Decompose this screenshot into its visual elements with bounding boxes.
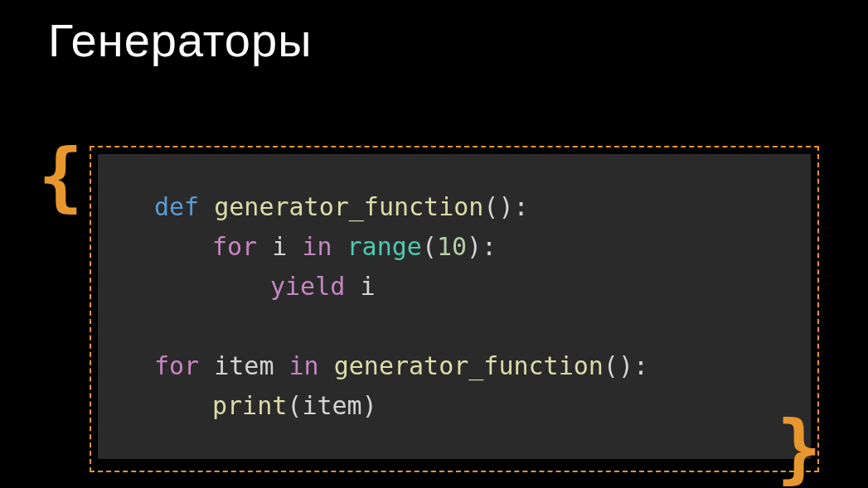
function-name: generator_function [214,192,483,221]
punctuation: ): [467,232,497,261]
slide-title: Генераторы [48,13,868,67]
punctuation: ) [362,391,377,420]
function-print: print [212,391,287,420]
code-line-5: print(item) [154,386,786,426]
punctuation: ( [422,232,437,261]
blank-line [154,307,786,346]
code-line-1: def generator_function(): [154,187,786,227]
variable: i [272,232,287,261]
punctuation: (): [604,351,648,380]
keyword-for: for [154,351,199,380]
keyword-yield: yield [270,272,345,301]
variable: item [302,391,361,420]
code-line-2: for i in range(10): [154,227,786,267]
content-area: { def generator_function(): for i in ran… [41,146,868,472]
punctuation: (): [483,192,528,221]
punctuation: ( [287,391,302,420]
keyword-in: in [289,351,319,380]
code-line-4: for item in generator_function(): [154,346,786,386]
keyword-for: for [212,232,257,261]
code-line-3: yield i [154,267,786,307]
keyword-def: def [154,192,199,221]
number-literal: 10 [437,232,467,261]
function-range: range [347,232,422,261]
brace-open-icon: { [38,139,83,214]
code-block: def generator_function(): for i in range… [98,154,811,459]
brace-close-icon: } [777,411,822,486]
code-container: def generator_function(): for i in range… [90,146,819,472]
variable: i [360,272,375,301]
function-call: generator_function [334,351,604,380]
keyword-in: in [302,232,332,261]
variable: item [214,351,274,380]
